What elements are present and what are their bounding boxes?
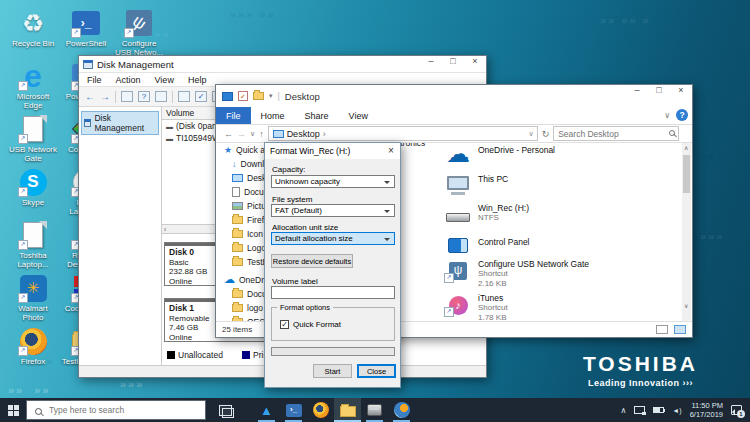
close-button[interactable] <box>464 56 486 72</box>
disk-management-titlebar: Disk Management <box>79 56 486 73</box>
console-window-icon[interactable] <box>155 91 167 102</box>
file-control-panel[interactable]: Control Panel <box>444 233 530 257</box>
file-explorer-icon <box>340 406 356 417</box>
maximize-button[interactable] <box>442 56 464 72</box>
quick-format-checkbox[interactable]: Quick Format <box>280 320 341 329</box>
action-center-icon[interactable]: 1 <box>731 405 742 415</box>
start-button[interactable] <box>0 398 26 422</box>
file-configure-usb[interactable]: Configure USB Network Gate Shortcut 2.16… <box>444 259 589 288</box>
up-icon[interactable] <box>259 129 264 139</box>
scroll-down-icon[interactable] <box>684 302 688 309</box>
mmc-window-icon[interactable] <box>121 91 133 102</box>
desktop-icon-firefox[interactable]: Firefox <box>7 326 59 377</box>
tab-file[interactable]: File <box>216 107 251 124</box>
skype-icon <box>18 167 48 197</box>
help-icon[interactable] <box>138 91 150 102</box>
document-icon <box>18 220 48 250</box>
minimize-button[interactable] <box>626 85 648 107</box>
scrollbar-thumb[interactable] <box>683 155 690 193</box>
details-view-icon[interactable] <box>656 325 668 334</box>
taskbar-search[interactable] <box>26 400 206 420</box>
folder-qat-icon[interactable] <box>253 92 264 100</box>
forward-icon[interactable] <box>237 129 246 139</box>
taskbar-app-firefox[interactable] <box>307 398 334 422</box>
file-itunes[interactable]: iTunes Shortcut 1.78 KB <box>444 293 508 321</box>
desktop-icon-recycle-bin[interactable]: Recycle Bin <box>7 8 59 59</box>
help-icon[interactable]: ? <box>676 109 688 121</box>
sidebar-item-logo[interactable]: Logo <box>232 243 266 253</box>
file-onedrive[interactable]: OneDrive - Personal <box>444 143 555 166</box>
refresh-icon[interactable] <box>542 129 550 139</box>
checkbox-check-icon <box>280 320 289 329</box>
large-icons-view-icon[interactable] <box>674 325 686 334</box>
qat-dropdown-icon[interactable]: ▾ <box>269 92 273 100</box>
desktop-icon-configure-usb[interactable]: Configure USB Netwo... <box>113 8 165 59</box>
vertical-scrollbar[interactable] <box>682 143 691 321</box>
desktop-icon-usb-network-gate[interactable]: USB Network Gate <box>7 114 59 165</box>
restore-defaults-button[interactable]: Restore device defaults <box>271 254 353 268</box>
tab-home[interactable]: Home <box>251 107 295 124</box>
battery-icon[interactable] <box>653 407 664 413</box>
desktop-icon-toshiba-laptop[interactable]: Toshiba Laptop... <box>7 220 59 271</box>
network-icon[interactable] <box>634 406 645 414</box>
action-icon[interactable] <box>178 91 190 102</box>
tab-share[interactable]: Share <box>295 107 339 124</box>
minimize-button[interactable] <box>420 56 442 72</box>
hidden-icons-chevron[interactable] <box>621 406 627 415</box>
taskbar-app-usb-gate[interactable] <box>388 398 415 422</box>
check-doc-icon[interactable] <box>195 91 207 102</box>
taskbar-app-explorer[interactable] <box>334 398 361 422</box>
maximize-button[interactable] <box>648 85 670 107</box>
search-input[interactable] <box>554 127 678 140</box>
capacity-select[interactable]: Unknown capacity <box>271 175 395 188</box>
taskbar-app-disk-tool[interactable] <box>361 398 388 422</box>
desktop-icon-powershell[interactable]: PowerShell <box>60 8 112 59</box>
file-this-pc[interactable]: This PC <box>444 171 508 195</box>
properties-check-icon[interactable] <box>238 91 248 101</box>
close-icon[interactable] <box>382 143 400 159</box>
scroll-left-icon[interactable] <box>164 226 166 233</box>
sidebar-item-logo-od[interactable]: logo <box>232 303 263 313</box>
taskbar-app-azure[interactable] <box>253 398 280 422</box>
cloud-icon <box>224 273 235 286</box>
taskbar-app-powershell[interactable] <box>280 398 307 422</box>
filesystem-select[interactable]: FAT (Default) <box>271 204 395 217</box>
close-button[interactable] <box>670 85 692 107</box>
back-arrow-icon[interactable] <box>85 91 95 102</box>
menu-action[interactable]: Action <box>116 75 141 85</box>
unallocated-swatch <box>167 351 175 359</box>
menu-help[interactable]: Help <box>188 75 207 85</box>
volume-icon[interactable] <box>672 407 681 414</box>
disk-tool-icon <box>367 404 382 416</box>
scroll-up-icon[interactable] <box>684 144 688 151</box>
file-win-rec[interactable]: Win_Rec (H:) NTFS <box>444 201 529 225</box>
start-button[interactable]: Start <box>313 364 352 378</box>
desktop-icon-walmart-photo[interactable]: Walmart Photo <box>7 273 59 324</box>
close-button[interactable]: Close <box>357 364 396 378</box>
breadcrumb-chevron[interactable] <box>323 129 326 139</box>
back-icon[interactable] <box>224 129 233 139</box>
task-view-button[interactable] <box>212 398 239 422</box>
expand-ribbon-icon[interactable] <box>664 111 670 120</box>
sidebar-item-icon[interactable]: Icon <box>232 229 263 239</box>
desktop-icon-edge[interactable]: Microsoft Edge <box>7 61 59 112</box>
tree-item-disk-management[interactable]: Disk Management <box>81 111 159 135</box>
menu-file[interactable]: File <box>87 75 102 85</box>
clock[interactable]: 11:50 PM 6/17/2019 <box>690 401 723 419</box>
taskbar-search-input[interactable] <box>27 405 205 415</box>
allocation-select[interactable]: Default allocation size <box>271 232 395 245</box>
forward-arrow-icon[interactable] <box>100 91 110 102</box>
folder-icon <box>232 216 243 224</box>
wallpaper-pattern: »»» »» <box>230 8 276 20</box>
volume-label-input[interactable] <box>271 286 395 299</box>
menu-view[interactable]: View <box>155 75 174 85</box>
address-box[interactable]: Desktop <box>268 126 538 141</box>
tab-view[interactable]: View <box>339 107 378 124</box>
search-box[interactable] <box>553 126 679 141</box>
allocation-label: Allocation unit size <box>272 223 338 232</box>
format-progress-bar <box>271 347 395 356</box>
address-dropdown-icon[interactable] <box>529 130 534 138</box>
recent-locations-icon[interactable] <box>250 130 255 138</box>
desktop-icon-skype[interactable]: Skype <box>7 167 59 218</box>
powershell-icon <box>286 404 302 417</box>
